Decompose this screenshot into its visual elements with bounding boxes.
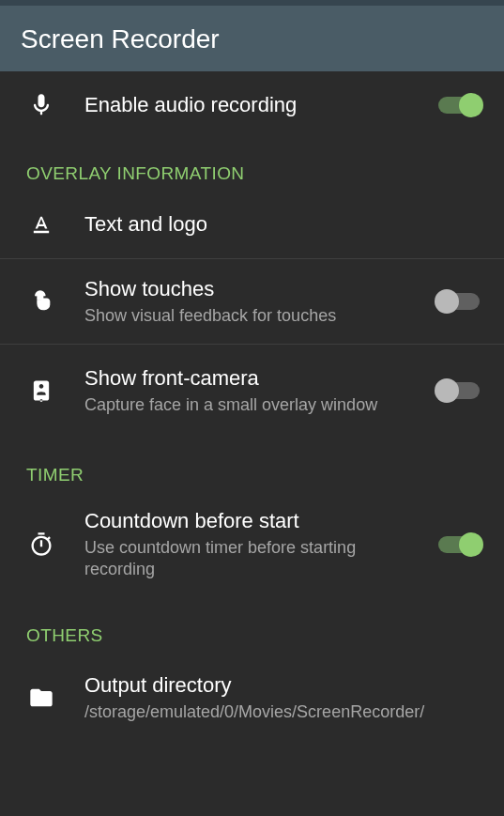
app-title: Screen Recorder (21, 24, 483, 54)
countdown-toggle[interactable] (438, 536, 480, 553)
text-logo-label: Text and logo (84, 211, 476, 239)
front-camera-subtitle: Capture face in a small overlay window (84, 394, 423, 416)
settings-content: Enable audio recording OVERLAY INFORMATI… (0, 71, 504, 740)
enable-audio-toggle[interactable] (438, 97, 480, 114)
output-directory-label: Output directory (84, 672, 476, 700)
section-others-header: OTHERS (0, 601, 504, 654)
setting-countdown[interactable]: Countdown before start Use countdown tim… (0, 493, 504, 601)
output-directory-subtitle: /storage/emulated/0/Movies/ScreenRecorde… (84, 701, 476, 723)
front-camera-toggle[interactable] (438, 382, 480, 399)
section-others-label: OTHERS (26, 625, 478, 646)
section-timer-label: TIMER (26, 465, 478, 485)
show-touches-label: Show touches (84, 276, 423, 303)
section-overlay-label: OVERLAY INFORMATION (26, 163, 478, 184)
countdown-subtitle: Use countdown timer before starting reco… (84, 537, 423, 581)
countdown-label: Countdown before start (84, 508, 423, 535)
setting-output-directory[interactable]: Output directory /storage/emulated/0/Mov… (0, 654, 504, 740)
app-header: Screen Recorder (0, 6, 504, 71)
text-format-icon (23, 212, 84, 239)
touch-icon (23, 288, 84, 315)
front-camera-label: Show front-camera (84, 365, 423, 393)
section-timer-header: TIMER (0, 440, 504, 493)
section-overlay-header: OVERLAY INFORMATION (0, 139, 504, 192)
setting-show-touches[interactable]: Show touches Show visual feedback for to… (0, 259, 504, 345)
setting-text-logo[interactable]: Text and logo (0, 192, 504, 259)
setting-front-camera[interactable]: Show front-camera Capture face in a smal… (0, 345, 504, 440)
setting-enable-audio[interactable]: Enable audio recording (0, 71, 504, 139)
show-touches-subtitle: Show visual feedback for touches (84, 305, 423, 327)
front-camera-icon (23, 377, 84, 404)
show-touches-toggle[interactable] (438, 293, 480, 310)
enable-audio-label: Enable audio recording (84, 92, 423, 119)
folder-icon (23, 685, 84, 711)
timer-icon (23, 531, 84, 558)
microphone-icon (23, 92, 84, 118)
